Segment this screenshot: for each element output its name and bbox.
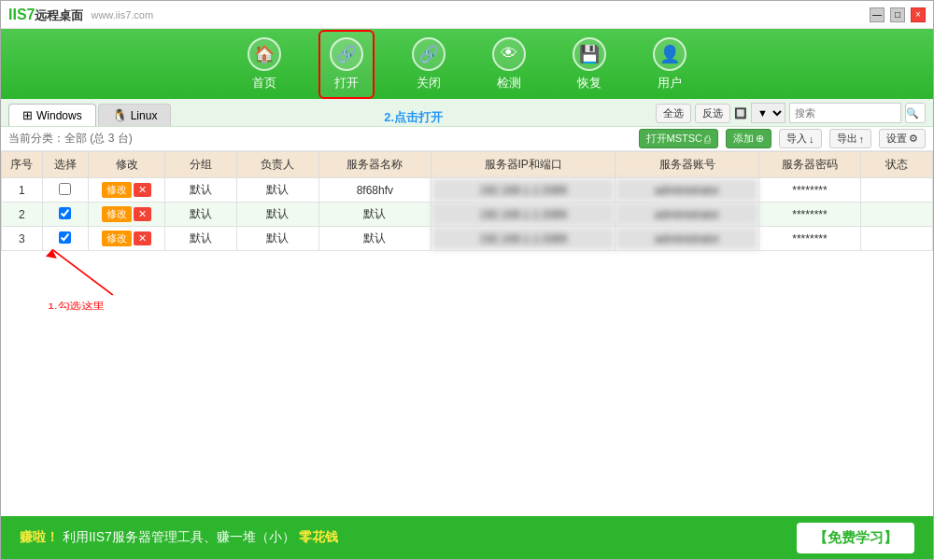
cell-check-2 <box>42 227 88 251</box>
cell-name-1: 默认 <box>318 203 432 227</box>
users-label: 用户 <box>658 75 682 91</box>
main-content: ⊞ Windows 🐧 Linux 2.点击打开 全选 反选 🔲 ▼ 🔍 <box>1 99 933 516</box>
maximize-button[interactable]: □ <box>890 7 905 22</box>
cell-account-0: administrator <box>616 178 758 203</box>
search-button[interactable]: 🔍 <box>905 103 926 123</box>
cell-seq-0: 1 <box>2 178 43 203</box>
th-seq: 序号 <box>2 152 43 178</box>
cell-edit-2: 修改✕ <box>89 227 165 251</box>
close-label: 关闭 <box>417 75 441 91</box>
open-mstsc-button[interactable]: 打开MSTSC ⎙ <box>639 129 719 148</box>
linux-tab-icon: 🐧 <box>112 108 127 122</box>
windows-tab-icon: ⊞ <box>22 108 33 122</box>
cell-account-1: administrator <box>616 203 758 227</box>
users-icon: 👤 <box>653 37 686 71</box>
app-logo: IIS7远程桌面 <box>8 5 83 24</box>
footer: 赚啦！ 利用IIS7服务器管理工具、赚一堆（小） 零花钱 【免费学习】 <box>1 516 933 559</box>
close-icon: 🔗 <box>412 37 446 71</box>
edit-button-1[interactable]: 修改 <box>102 206 132 222</box>
settings-icon: ⚙ <box>909 133 918 145</box>
th-edit: 修改 <box>89 152 165 178</box>
cell-seq-2: 3 <box>2 227 43 251</box>
import-label: 导入 <box>786 132 807 146</box>
cell-status-0 <box>861 178 933 203</box>
app-url: www.iis7.com <box>91 9 153 21</box>
server-table-area: 序号 选择 修改 分组 负责人 服务器名称 服务器IP和端口 服务器账号 服务器… <box>1 151 933 516</box>
filter-icon: 🔲 <box>734 107 747 119</box>
cell-ip-2: 192.168.1.1:3389 <box>432 227 616 251</box>
cell-seq-1: 2 <box>2 203 43 227</box>
footer-promo: 赚啦！ 利用IIS7服务器管理工具、赚一堆（小） 零花钱 <box>20 529 338 546</box>
footer-promo-start: 赚啦！ <box>20 529 59 544</box>
footer-highlight: 零花钱 <box>299 529 338 544</box>
export-icon: ↑ <box>859 133 865 145</box>
restore-label: 恢复 <box>577 75 601 91</box>
settings-button[interactable]: 设置 ⚙ <box>879 129 926 148</box>
toolbar-close[interactable]: 🔗 关闭 <box>403 32 455 97</box>
delete-button-1[interactable]: ✕ <box>134 207 151 221</box>
import-button[interactable]: 导入 ↓ <box>779 129 822 148</box>
toolbar-home[interactable]: 🏠 首页 <box>238 32 290 97</box>
add-label: 添加 <box>733 132 754 146</box>
th-ip: 服务器IP和端口 <box>432 152 616 178</box>
cell-name-2: 默认 <box>318 227 432 251</box>
cell-owner-2: 默认 <box>236 227 318 251</box>
tab-windows[interactable]: ⊞ Windows <box>8 104 96 126</box>
toolbar-open[interactable]: 🔗 打开 <box>318 30 375 99</box>
filter-dropdown[interactable]: ▼ <box>751 103 785 123</box>
toolbar-users[interactable]: 👤 用户 <box>644 32 696 97</box>
title-bar: IIS7远程桌面 www.iis7.com — □ × <box>1 1 933 29</box>
minimize-button[interactable]: — <box>870 7 884 22</box>
search-input[interactable] <box>789 103 901 123</box>
toolbar2-right-top: 全选 反选 🔲 ▼ 🔍 <box>656 103 926 126</box>
th-pwd: 服务器密码 <box>758 152 861 178</box>
toolbar-restore[interactable]: 💾 恢复 <box>563 32 616 97</box>
hint-text: 2.点击打开 <box>384 109 443 126</box>
open-mstsc-label: 打开MSTSC <box>646 132 703 146</box>
footer-promo-mid: 利用IIS7服务器管理工具、赚一堆（小） <box>63 529 295 544</box>
checkbox-row-2[interactable] <box>59 231 71 244</box>
table-row: 3修改✕默认默认默认192.168.1.1:3389administrator*… <box>2 227 933 251</box>
cell-check-1 <box>42 203 88 227</box>
main-toolbar: 🏠 首页 🔗 打开 🔗 关闭 👁 检测 💾 恢复 👤 用户 <box>1 29 933 99</box>
cell-check-0 <box>42 178 88 203</box>
cell-pwd-1: ******** <box>758 203 861 227</box>
edit-button-2[interactable]: 修改 <box>102 231 132 246</box>
select-all-button[interactable]: 全选 <box>656 104 691 123</box>
cell-owner-1: 默认 <box>236 203 318 227</box>
delete-button-0[interactable]: ✕ <box>134 183 151 197</box>
restore-icon: 💾 <box>573 37 606 71</box>
cell-pwd-2: ******** <box>758 227 861 251</box>
close-button[interactable]: × <box>911 7 926 22</box>
title-bar-left: IIS7远程桌面 www.iis7.com <box>8 5 153 24</box>
home-icon: 🏠 <box>248 37 281 71</box>
checkbox-row-0[interactable] <box>59 183 71 195</box>
detect-label: 检测 <box>497 75 521 91</box>
toolbar-detect[interactable]: 👁 检测 <box>483 32 535 97</box>
cell-group-1: 默认 <box>165 203 237 227</box>
th-group: 分组 <box>165 152 237 178</box>
cell-name-0: 8f68hfv <box>318 178 432 203</box>
import-icon: ↓ <box>809 133 814 145</box>
th-account: 服务器账号 <box>616 152 758 178</box>
cell-ip-1: 192.168.1.1:3389 <box>432 203 616 227</box>
cell-group-0: 默认 <box>165 178 237 203</box>
checkbox-row-1[interactable] <box>59 207 71 219</box>
open-label: 打开 <box>334 75 359 91</box>
hint-container: 2.点击打开 <box>173 109 654 126</box>
tab-linux[interactable]: 🐧 Linux <box>98 104 172 126</box>
edit-button-0[interactable]: 修改 <box>102 182 132 198</box>
detect-icon: 👁 <box>492 37 526 71</box>
add-button[interactable]: 添加 ⊕ <box>726 129 771 148</box>
th-check: 选择 <box>42 152 88 178</box>
cell-account-2: administrator <box>616 227 758 251</box>
export-button[interactable]: 导出 ↑ <box>829 129 872 148</box>
delete-button-2[interactable]: ✕ <box>134 231 151 245</box>
open-mstsc-icon: ⎙ <box>704 133 711 145</box>
invert-select-button[interactable]: 反选 <box>695 104 730 123</box>
tab-bar: ⊞ Windows 🐧 Linux 2.点击打开 全选 反选 🔲 ▼ 🔍 <box>1 99 933 127</box>
free-learn-button[interactable]: 【免费学习】 <box>797 523 914 553</box>
table-row: 2修改✕默认默认默认192.168.1.1:3389administrator*… <box>2 203 933 227</box>
cell-group-2: 默认 <box>165 227 237 251</box>
toolbar-row2: 当前分类：全部 (总 3 台) 打开MSTSC ⎙ 添加 ⊕ 导入 ↓ 导出 ↑… <box>1 127 933 151</box>
